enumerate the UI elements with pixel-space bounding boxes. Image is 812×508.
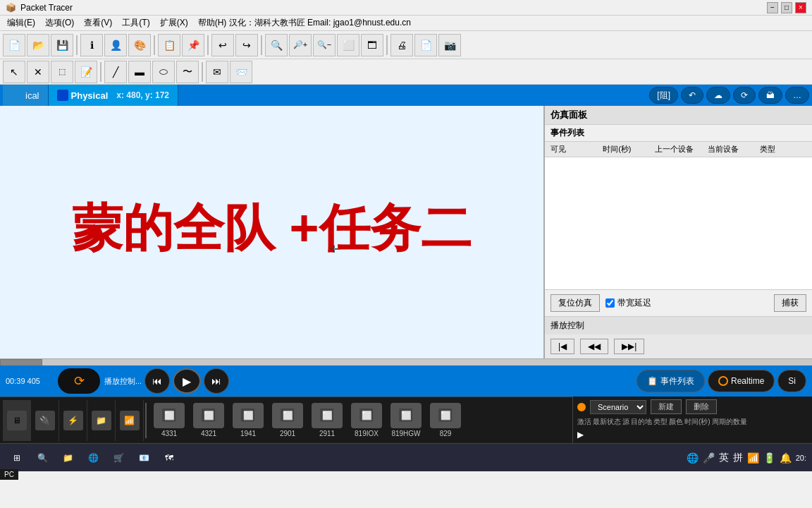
capture-button[interactable]: 捕获: [774, 294, 806, 312]
minimize-button[interactable]: −: [767, 2, 778, 13]
taskbar-maps[interactable]: 🗺: [158, 447, 180, 469]
step-forward-button[interactable]: ⏭: [204, 368, 229, 394]
pdf-button[interactable]: 📄: [414, 34, 437, 56]
tab-physical[interactable]: Physical x: 480, y: 172: [49, 85, 178, 106]
info-button[interactable]: ℹ: [80, 34, 103, 56]
taskbar-lang-zh[interactable]: 拼: [733, 452, 743, 464]
taskbar-mic-icon[interactable]: 🎤: [703, 452, 715, 464]
delete-tool[interactable]: ✕: [27, 61, 49, 83]
device-819hgw[interactable]: 🔲 819HGW: [388, 403, 424, 437]
copy-button[interactable]: 📋: [158, 34, 180, 56]
line-tool[interactable]: ╱: [104, 61, 127, 83]
zoom-in2-button[interactable]: 🔎+: [289, 34, 312, 56]
wireless-category-icon: 📶: [120, 411, 140, 430]
device-829[interactable]: 🔲 829: [427, 403, 464, 437]
device-4331-label: 4331: [161, 430, 177, 437]
canvas-area[interactable]: 蒙的全队 +任务二 ✛: [0, 106, 544, 358]
new-scenario-button[interactable]: 新建: [651, 399, 682, 414]
category-wireless[interactable]: 📶: [116, 400, 144, 441]
category-router[interactable]: 🖥: [3, 400, 31, 441]
pdu-tool[interactable]: 📨: [230, 61, 252, 83]
device-829-label: 829: [440, 430, 452, 437]
fit-button[interactable]: ⬜: [337, 34, 359, 56]
print-button[interactable]: 🖨: [390, 34, 413, 56]
device-2911[interactable]: 🔲 2911: [309, 403, 345, 437]
play-button[interactable]: ▶: [173, 368, 201, 394]
new-button[interactable]: 📄: [3, 34, 25, 56]
taskbar-file-explorer[interactable]: 📁: [56, 447, 79, 469]
menu-edit[interactable]: 编辑(E): [3, 16, 39, 30]
bandwidth-delay-checkbox-label[interactable]: 带宽延迟: [605, 297, 651, 309]
select-tool[interactable]: ↖: [3, 61, 25, 83]
block-btn[interactable]: [阻]: [649, 87, 678, 104]
bandwidth-delay-checkbox[interactable]: [605, 298, 615, 308]
taskbar: ⊞ 🔍 📁 🌐 🛒 📧 🗺 🌐 🎤 英 拼 📶 🔋 🔔 20:: [0, 443, 812, 471]
taskbar-store[interactable]: 🛒: [107, 447, 130, 469]
reset-sim-button[interactable]: 复位仿真: [550, 294, 600, 312]
back-btn[interactable]: ↶: [681, 87, 703, 104]
device-819hgw-label: 819HGW: [391, 430, 420, 437]
start-button[interactable]: ⊞: [6, 447, 28, 469]
menu-tools[interactable]: 工具(T): [118, 16, 154, 30]
screenshot-button[interactable]: 📷: [438, 34, 461, 56]
cloud-btn[interactable]: ☁: [706, 87, 730, 104]
note-tool[interactable]: 📝: [75, 61, 97, 83]
category-switch[interactable]: 🔌: [31, 400, 59, 441]
playback-forward[interactable]: ▶▶|: [614, 339, 644, 354]
select-area-tool[interactable]: ⬚: [51, 61, 73, 83]
bottom-toolbar: 00:39 405 ⟳ 播放控制... ⏮ ▶ ⏭ 📋 事件列表 Realtim…: [0, 365, 812, 397]
close-button[interactable]: ×: [795, 2, 806, 13]
rewind-button[interactable]: ⏮: [144, 368, 170, 394]
sim-mode-label: Si: [788, 376, 796, 386]
taskbar-network-icon[interactable]: 🌐: [687, 452, 699, 464]
playback-step-back[interactable]: |◀: [550, 339, 574, 354]
device-2901[interactable]: 🔲 2901: [269, 403, 306, 437]
taskbar-battery-icon[interactable]: 🔋: [763, 452, 775, 464]
col-activate: 激活: [577, 417, 591, 427]
search-button[interactable]: 🔍: [31, 447, 54, 469]
menu-extend[interactable]: 扩展(X): [156, 16, 192, 30]
category-folder[interactable]: 📁: [87, 400, 116, 441]
ellipse-tool[interactable]: ⬭: [152, 61, 175, 83]
window-button[interactable]: 🗔: [361, 34, 383, 56]
menu-help[interactable]: 帮助(H) 汉化：湖科大教书匠 Email: jgao1@hnust.edu.c…: [194, 16, 415, 30]
realtime-mode-button[interactable]: Realtime: [708, 370, 775, 392]
extra-btn[interactable]: …: [785, 87, 809, 104]
taskbar-edge[interactable]: 🌐: [82, 447, 104, 469]
device-4331[interactable]: 🔲 4331: [151, 403, 187, 437]
device-4321[interactable]: 🔲 4321: [190, 403, 227, 437]
save-button[interactable]: 💾: [51, 34, 73, 56]
taskbar-mail[interactable]: 📧: [133, 447, 155, 469]
refresh-btn[interactable]: ⟳: [733, 87, 756, 104]
taskbar-wifi-icon[interactable]: 📶: [747, 452, 759, 464]
zoom-out-button[interactable]: 🔍−: [313, 34, 336, 56]
menu-view[interactable]: 查看(V): [80, 16, 116, 30]
taskbar-lang-en[interactable]: 英: [719, 452, 729, 464]
sim-mode-button[interactable]: Si: [777, 370, 806, 392]
playback-back[interactable]: ◀◀: [580, 339, 608, 354]
paste-button[interactable]: 📌: [182, 34, 204, 56]
taskbar-clock: 20:: [796, 454, 806, 462]
scrollbar-area[interactable]: [0, 358, 812, 365]
user-button[interactable]: 👤: [104, 34, 127, 56]
rect-tool[interactable]: ▬: [128, 61, 151, 83]
redo-button[interactable]: ↪: [235, 34, 258, 56]
category-lightning[interactable]: ⚡: [59, 400, 87, 441]
open-button[interactable]: 📂: [27, 34, 49, 56]
scenario-dropdown[interactable]: Scenario 0: [590, 400, 646, 414]
maximize-button[interactable]: □: [781, 2, 792, 13]
freehand-tool[interactable]: 〜: [176, 61, 199, 83]
delete-scenario-button[interactable]: 删除: [686, 399, 717, 414]
tab-ical[interactable]: ical: [3, 85, 49, 106]
menu-options[interactable]: 选项(O): [41, 16, 78, 30]
undo-button[interactable]: ↩: [211, 34, 234, 56]
palette-button[interactable]: 🎨: [128, 34, 151, 56]
taskbar-notification[interactable]: 🔔: [780, 452, 792, 464]
device-819iox[interactable]: 🔲 819IOX: [348, 403, 385, 437]
event-list-header: 事件列表: [545, 125, 812, 142]
event-list-mode-button[interactable]: 📋 事件列表: [636, 370, 705, 392]
message-tool[interactable]: ✉: [206, 61, 228, 83]
device-1941[interactable]: 🔲 1941: [230, 403, 266, 437]
mountain-btn[interactable]: 🏔: [758, 87, 782, 104]
zoom-in-button[interactable]: 🔍: [265, 34, 288, 56]
